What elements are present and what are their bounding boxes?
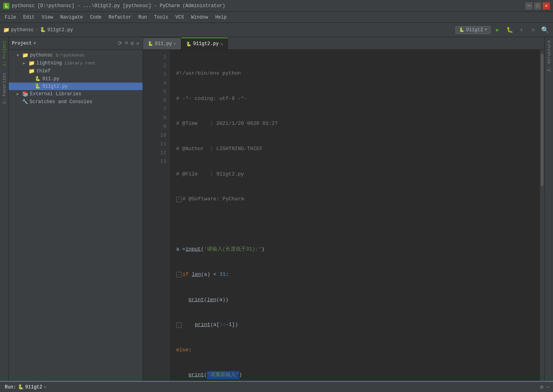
tab-close-button[interactable]: ✕: [220, 41, 223, 47]
minimize-button[interactable]: ─: [525, 2, 532, 9]
tree-item-911py[interactable]: 🐍 911.py: [9, 75, 143, 83]
libs-icon: 📚: [22, 91, 28, 97]
gutter-1: [143, 53, 151, 62]
fold-marker-9[interactable]: -: [176, 272, 182, 277]
bottom-tab-right: ⚙ ─: [540, 384, 550, 390]
tab-911py[interactable]: 🐍 911.py ✕: [143, 38, 181, 49]
tab-close-button[interactable]: ✕: [173, 41, 176, 46]
settings-icon[interactable]: ⚙: [130, 40, 134, 47]
menu-window[interactable]: Window: [188, 13, 211, 21]
run-config-selector[interactable]: 🐍 911gt2 ▼: [455, 26, 491, 34]
menu-edit[interactable]: Edit: [20, 13, 38, 21]
menu-help[interactable]: Help: [212, 13, 230, 21]
bottom-tab-left: Run: 🐍 911gt2 ✕: [3, 383, 48, 391]
breadcrumb-file: 911gt2.py: [47, 27, 73, 33]
sidebar-header-actions: ⟳ ≡ ⚙ ✕: [118, 40, 139, 47]
tab-file-icon: 🐍: [148, 41, 153, 46]
run-tab-close[interactable]: ✕: [44, 384, 47, 390]
tab-911gt2py[interactable]: 🐍 911gt2.py ✕: [181, 38, 228, 49]
fold-marker-6[interactable]: -: [176, 197, 182, 202]
code-line-12: else:: [176, 346, 533, 354]
editor-scrollbar[interactable]: [540, 50, 544, 381]
hide-panel-icon[interactable]: ─: [547, 384, 550, 390]
titlebar-left: 🐍 pythonsc [D:\pythonsc] - ...\911gt2.py…: [3, 3, 225, 9]
code-content[interactable]: #!/usr/bin/env python # -*- coding: utf-…: [170, 50, 540, 381]
python-file-icon: 🐍: [35, 76, 41, 82]
project-tab-vertical[interactable]: 1: Project: [1, 37, 8, 70]
favorites-tab-vertical[interactable]: 2: Favorites: [1, 70, 8, 107]
menu-tools[interactable]: Tools: [151, 13, 171, 21]
tree-item-ext-libs[interactable]: ▶ 📚 External Libraries: [9, 90, 143, 98]
tree-label: 911gt2.py: [42, 84, 68, 89]
breadcrumb-folder: pythonsc: [11, 27, 34, 33]
run-tab-label: Run:: [5, 384, 16, 390]
structure-tab-vertical[interactable]: Z: Structure: [545, 37, 553, 75]
tree-item-lightning[interactable]: ▶ 📁 lightning library root: [9, 59, 143, 67]
code-line-6: - # @Software: PyCharm: [176, 195, 533, 204]
tree-item-911gt2py[interactable]: 🐍 911gt2.py: [9, 83, 143, 90]
gutter-5: [143, 88, 151, 96]
sync-icon[interactable]: ⟳: [118, 40, 122, 47]
collapse-icon[interactable]: ≡: [125, 40, 128, 47]
stop-button[interactable]: ■: [529, 25, 538, 35]
file-tree: ▼ 📁 pythonsc D:\pythonsc ▶ 📁 lightning l…: [9, 50, 143, 381]
sidebar-header: Project ▼ ⟳ ≡ ⚙ ✕: [9, 37, 143, 50]
code-line-3: # @Time : 2021/1/20 0020 01:27: [176, 120, 533, 128]
gutter-13: [143, 157, 151, 166]
menu-vcs[interactable]: VCS: [172, 13, 187, 21]
main-layout: 1: Project 2: Favorites Project ▼ ⟳ ≡ ⚙ …: [0, 37, 553, 381]
tab-label: 911.py: [155, 41, 172, 47]
dropdown-icon: ▼: [485, 28, 487, 32]
code-editor[interactable]: 1 2 3 4 5 6 7 8 9 10 11 12 13 #!/usr/bin…: [143, 50, 544, 381]
menu-run[interactable]: Run: [135, 13, 150, 21]
search-everywhere[interactable]: 🔍: [540, 25, 550, 35]
run-tab[interactable]: Run: 🐍 911gt2 ✕: [3, 383, 48, 391]
menu-view[interactable]: View: [39, 13, 56, 21]
gutter-4: [143, 79, 151, 88]
toolbar-actions: 🐍 911gt2 ▼ ▶ 🐛 ⚡ ■ 🔍: [455, 25, 550, 35]
tab-file-icon: 🐍: [186, 41, 192, 47]
menu-refactor[interactable]: Refactor: [105, 13, 135, 21]
run-tab-file-icon: 🐍: [18, 384, 24, 390]
menubar: File Edit View Navigate Code Refactor Ru…: [0, 12, 553, 23]
file-icon: 🐍: [40, 27, 46, 33]
settings-icon[interactable]: ⚙: [540, 384, 543, 390]
gutter-8: [143, 114, 151, 122]
run-config-label: 911gt2: [466, 27, 483, 33]
tree-label: lightning: [36, 60, 62, 66]
ln-5: 5: [151, 88, 169, 96]
window-controls: ─ □ ✕: [525, 2, 550, 9]
folder-icon: 📁: [28, 68, 35, 74]
path-label: D:\pythonsc: [56, 53, 85, 58]
breadcrumb-sep1: ›: [36, 27, 38, 33]
maximize-button[interactable]: □: [534, 2, 541, 9]
folder-icon: 📁: [28, 60, 35, 66]
run-button[interactable]: ▶: [493, 25, 502, 35]
menu-file[interactable]: File: [2, 13, 19, 21]
run-config-icon: 🐍: [459, 27, 465, 32]
code-line-10: print(len(a)): [176, 296, 533, 304]
fold-marker-11[interactable]: -: [176, 322, 182, 328]
highlighted-string: '请重新输入': [207, 371, 239, 379]
scrollbar-thumb[interactable]: [541, 54, 544, 186]
debug-button[interactable]: 🐛: [505, 25, 514, 35]
menu-code[interactable]: Code: [87, 13, 105, 21]
tree-label: Scratches and Consoles: [30, 99, 92, 105]
bottom-panel: Run: 🐍 911gt2 ✕ ⚙ ─ ▶ ↑ ↓ ■ ⟲ 🖨 🗑 📌 D:\: [0, 381, 553, 392]
tree-item-thief[interactable]: 📁 thief: [9, 67, 143, 75]
tree-item-pythonsc[interactable]: ▼ 📁 pythonsc D:\pythonsc: [9, 51, 143, 59]
breadcrumb: 📁 pythonsc › 🐍 911gt2.py: [3, 27, 73, 33]
menu-navigate[interactable]: Navigate: [57, 13, 86, 21]
close-button[interactable]: ✕: [543, 2, 550, 9]
code-line-2: # -*- coding: utf-8 -*-: [176, 94, 533, 103]
coverage-button[interactable]: ⚡: [517, 25, 526, 35]
gutter-7: [143, 105, 151, 114]
gutter-10: [143, 131, 151, 140]
tree-label: thief: [36, 68, 51, 74]
ln-1: 1: [151, 53, 169, 62]
folder-icon: 📁: [22, 52, 28, 58]
tree-item-scratches[interactable]: 🔧 Scratches and Consoles: [9, 98, 143, 106]
ln-3: 3: [151, 70, 169, 79]
close-sidebar-icon[interactable]: ✕: [136, 40, 139, 47]
ln-10: 10: [151, 131, 169, 140]
